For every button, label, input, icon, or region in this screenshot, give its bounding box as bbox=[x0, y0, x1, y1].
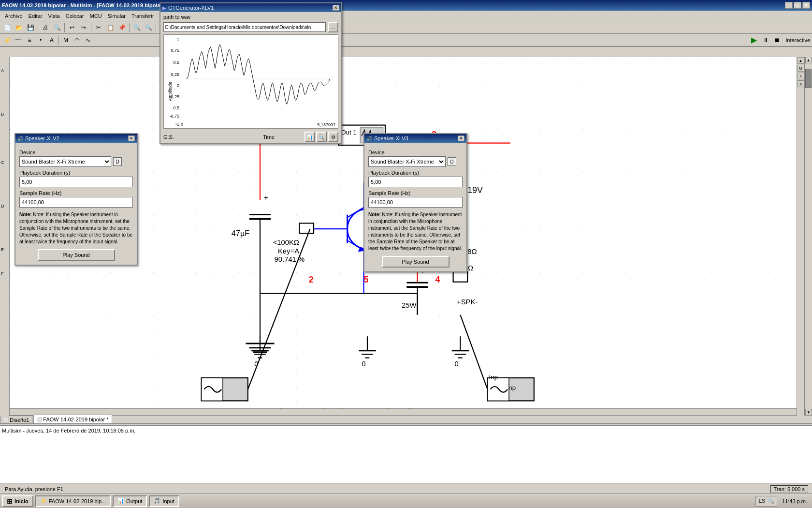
r8b-label: 8Ω bbox=[467, 248, 477, 255]
redo-btn[interactable]: ↪ bbox=[78, 22, 89, 33]
open-btn[interactable]: 📂 bbox=[14, 22, 24, 33]
paste-btn[interactable]: 📌 bbox=[116, 22, 127, 33]
print-btn[interactable]: 🖨 bbox=[40, 22, 51, 33]
waveform-display: 1 0,75 0,5 0,25 0 -0,25 -0,5 -0,75 -1 Am… bbox=[163, 34, 338, 129]
waveform-footer-right: Time 📊 🔍 ⚙ bbox=[263, 132, 338, 142]
y-025: 0,25 bbox=[165, 72, 179, 77]
gt-title-bar[interactable]: ▶ GTGenerator-XLV1 ✕ bbox=[160, 3, 341, 12]
y--1: -1 bbox=[165, 122, 179, 127]
speaker3-close-button[interactable]: ✕ bbox=[458, 135, 464, 141]
menu-editar[interactable]: Editar bbox=[26, 12, 45, 20]
scroll-up[interactable]: ▲ bbox=[805, 57, 812, 63]
waveform-btn3[interactable]: ⚙ bbox=[328, 132, 338, 142]
device2-label: Device bbox=[19, 149, 133, 155]
device2-select[interactable]: Sound Blaster X-Fi Xtreme bbox=[19, 156, 111, 167]
device3-btn[interactable]: D bbox=[448, 157, 456, 166]
side-btn-4[interactable]: A bbox=[798, 80, 804, 87]
zoom-out-btn[interactable]: 🔍 bbox=[143, 22, 154, 33]
toolbar-2: ⚡ 〰 ≡ • A M ◠ ∿ ▶ ⏸ ⏹ Interactive bbox=[0, 34, 812, 46]
undo-btn[interactable]: ↩ bbox=[67, 22, 77, 33]
copy-btn[interactable]: 📋 bbox=[105, 22, 116, 33]
new-btn[interactable]: 📄 bbox=[2, 22, 13, 33]
play2-button[interactable]: Play Sound bbox=[38, 249, 115, 261]
main-title-bar: FAOW 14-02-2019 bipolar - Multisim - [FA… bbox=[0, 0, 812, 11]
play3-button[interactable]: Play Sound bbox=[382, 256, 450, 268]
multimeter-btn[interactable]: M bbox=[60, 35, 71, 45]
scroll-down[interactable]: ▼ bbox=[805, 409, 812, 416]
zoom-in-btn[interactable]: 🔍 bbox=[131, 22, 142, 33]
menu-colocar[interactable]: Colocar bbox=[63, 12, 87, 20]
search-icon[interactable]: 🔍 bbox=[768, 498, 774, 504]
start-button[interactable]: ⊞ Inicio bbox=[2, 495, 33, 507]
y-05: 0,5 bbox=[165, 60, 179, 65]
taskbar-right: ES 🔍 11:43 p.m. bbox=[755, 496, 810, 507]
tab-faow[interactable]: ⬜ FAOW 14-02-2019 bipolar * bbox=[33, 415, 112, 423]
device3-row: Sound Blaster X-Fi Xtreme D bbox=[368, 156, 463, 167]
multisim-icon: ⚡ bbox=[40, 498, 47, 504]
windows-icon: ⊞ bbox=[7, 497, 13, 505]
amplitude-label: Amplitude bbox=[168, 82, 173, 101]
tab-diseno1-label: Diseño1 bbox=[10, 417, 29, 423]
v-scrollbar[interactable]: ▲ ▼ bbox=[804, 56, 812, 416]
taskbar-input[interactable]: 🎵 Input bbox=[149, 495, 179, 507]
ruler-left-c: C bbox=[1, 160, 4, 165]
node2: 2 bbox=[309, 275, 314, 284]
stop-sim-btn[interactable]: ⏹ bbox=[772, 35, 783, 45]
browse-button[interactable]: ... bbox=[328, 22, 338, 32]
cap47-plus: + bbox=[263, 193, 268, 202]
sample2-label: Sample Rate (Hz) bbox=[19, 190, 133, 196]
cut-btn[interactable]: ✂ bbox=[93, 22, 104, 33]
junction-btn[interactable]: • bbox=[35, 35, 46, 45]
speaker2-title-bar[interactable]: 🔊 Speaker-XLV2 ✕ bbox=[15, 134, 137, 143]
wire-btn[interactable]: 〰 bbox=[13, 35, 24, 45]
x-end: 5,137007 bbox=[317, 122, 335, 127]
menu-simular[interactable]: Simular bbox=[105, 12, 129, 20]
ruler-left-d: D bbox=[1, 204, 4, 209]
tab-faow-label: FAOW 14-02-2019 bipolar * bbox=[43, 417, 108, 422]
input-icon: 🎵 bbox=[154, 498, 160, 504]
minimize-button[interactable]: _ bbox=[785, 2, 793, 9]
scroll-thumb[interactable] bbox=[805, 69, 812, 88]
sep6 bbox=[58, 35, 59, 45]
device3-select[interactable]: Sound Blaster X-Fi Xtreme bbox=[368, 156, 446, 167]
gt-close-button[interactable]: ✕ bbox=[333, 5, 339, 11]
path-label: path to wav bbox=[163, 14, 190, 20]
bus-btn[interactable]: ≡ bbox=[24, 35, 35, 45]
maximize-button[interactable]: □ bbox=[794, 2, 801, 9]
print-preview-btn[interactable]: 🔍 bbox=[52, 22, 62, 33]
funcgen-btn[interactable]: ∿ bbox=[83, 35, 93, 45]
speaker2-icon: 🔊 bbox=[17, 136, 23, 141]
taskbar-multisim[interactable]: ⚡ FAOW 14-02-2019 bip... bbox=[35, 495, 111, 507]
label-btn[interactable]: A bbox=[46, 35, 57, 45]
time-label: Time bbox=[263, 134, 275, 140]
gnd2-label: 0 bbox=[455, 360, 459, 368]
component-btn[interactable]: ⚡ bbox=[2, 35, 13, 45]
close-button[interactable]: ✕ bbox=[802, 2, 810, 9]
side-btn-3[interactable]: X bbox=[798, 73, 804, 79]
y-075: 0,75 bbox=[165, 48, 179, 53]
oscilloscope-btn[interactable]: ◠ bbox=[72, 35, 82, 45]
waveform-btn1[interactable]: 📊 bbox=[304, 132, 315, 142]
run-sim-btn[interactable]: ▶ bbox=[749, 35, 759, 45]
speaker2-close-button[interactable]: ✕ bbox=[128, 135, 135, 141]
playback2-input[interactable] bbox=[19, 177, 133, 187]
menu-transferir[interactable]: Transferir bbox=[129, 12, 157, 20]
sample2-input[interactable] bbox=[19, 197, 133, 208]
side-btn-1[interactable]: ▲ bbox=[798, 57, 804, 64]
menu-mcu[interactable]: MCU bbox=[87, 12, 105, 20]
taskbar-output[interactable]: 📊 Output bbox=[113, 495, 147, 507]
ruler-left-b: B bbox=[1, 112, 4, 117]
waveform-btn2[interactable]: 🔍 bbox=[316, 132, 327, 142]
playback3-input[interactable] bbox=[368, 177, 463, 187]
save-btn[interactable]: 💾 bbox=[25, 22, 36, 33]
tab-diseno1[interactable]: ⬜ Diseño1 bbox=[0, 416, 32, 423]
path-input[interactable] bbox=[163, 22, 326, 32]
sample3-input[interactable] bbox=[368, 197, 463, 208]
pause-sim-btn[interactable]: ⏸ bbox=[760, 35, 771, 45]
device2-btn[interactable]: D bbox=[113, 157, 122, 166]
menu-vista[interactable]: Vista bbox=[45, 12, 62, 20]
side-btn-2[interactable]: M bbox=[798, 65, 804, 72]
speaker3-title-bar[interactable]: 🔊 Speaker-XLV3 ✕ bbox=[364, 134, 466, 143]
menu-archivo[interactable]: Archivo bbox=[2, 12, 26, 20]
taskbar-output-label: Output bbox=[126, 498, 142, 504]
